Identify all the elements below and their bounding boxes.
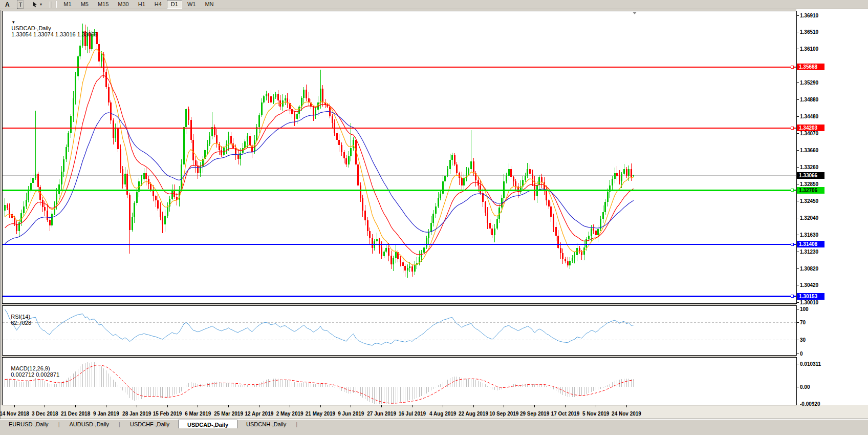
symbol-period-label: USDCAD-,Daily xyxy=(11,25,51,31)
rsi-label: RSI(14) xyxy=(11,314,30,320)
price-panel[interactable] xyxy=(2,11,796,303)
timeframe-button-H4[interactable]: H4 xyxy=(150,0,166,9)
chart-tab-usdcnh[interactable]: USDCNH-,Daily xyxy=(237,420,295,428)
arrow-style-tool[interactable]: A xyxy=(3,1,12,8)
chart-tab-usdchf[interactable]: USDCHF-,Daily xyxy=(121,420,178,428)
macd-values: 0.002712 0.002871 xyxy=(11,371,59,378)
timeframe-button-M1[interactable]: M1 xyxy=(59,0,75,9)
rsi-panel-title: RSI(14) 62.7028 xyxy=(5,307,32,332)
tab-separator: | xyxy=(295,420,298,429)
toolbar-grip[interactable] xyxy=(50,2,52,8)
macd-panel-title: MACD(12,26,9) 0.002712 0.002871 xyxy=(5,359,59,384)
rsi-value: 62.7028 xyxy=(11,320,31,326)
rsi-panel[interactable] xyxy=(2,305,796,355)
macd-label: MACD(12,26,9) xyxy=(11,365,50,371)
toolbar: A T ▼ M1M5M15M30H1H4D1W1MN xyxy=(0,0,868,9)
timeframe-button-MN[interactable]: MN xyxy=(201,0,218,9)
chart-tab-usdcad[interactable]: USDCAD-,Daily xyxy=(178,420,237,429)
chart-canvas[interactable]: 1.356681.342031.327061.314081.301531.369… xyxy=(0,0,868,435)
symbol-tab-bar: EURUSD-,Daily|AUDUSD-,Daily|USDCHF-,Dail… xyxy=(0,419,868,429)
timeframe-button-H1[interactable]: H1 xyxy=(134,0,149,9)
timeframe-button-W1[interactable]: W1 xyxy=(183,0,200,9)
chart-tab-audusd[interactable]: AUDUSD-,Daily xyxy=(60,420,118,428)
collapse-triangle-icon[interactable]: ▼ xyxy=(11,20,15,25)
chart-window-title: ▼ USDCAD-,Daily 1.33054 1.33074 1.33016 … xyxy=(5,13,97,44)
tab-separator: | xyxy=(57,420,61,429)
timeframe-button-M30[interactable]: M30 xyxy=(114,0,133,9)
chevron-down-icon: ▼ xyxy=(39,3,42,6)
cursor-tool[interactable]: ▼ xyxy=(29,1,45,8)
ohlc-readout: 1.33054 1.33074 1.33016 1.33066 xyxy=(11,31,97,37)
time-axis-strip xyxy=(0,405,868,419)
current-price-label xyxy=(797,172,824,179)
status-filler xyxy=(0,428,868,435)
macd-panel[interactable] xyxy=(2,357,796,405)
chart-tab-eurusd[interactable]: EURUSD-,Daily xyxy=(0,420,57,428)
tab-separator: | xyxy=(118,420,121,429)
timeframe-button-D1[interactable]: D1 xyxy=(167,0,182,9)
text-label-tool[interactable]: T xyxy=(17,0,25,9)
terminal-window: 1.356681.342031.327061.314081.301531.369… xyxy=(0,0,868,435)
timeframe-button-M5[interactable]: M5 xyxy=(77,0,93,9)
cursor-icon xyxy=(31,1,38,8)
toolbar-separator xyxy=(55,1,57,8)
timeframe-button-M15[interactable]: M15 xyxy=(94,0,113,9)
